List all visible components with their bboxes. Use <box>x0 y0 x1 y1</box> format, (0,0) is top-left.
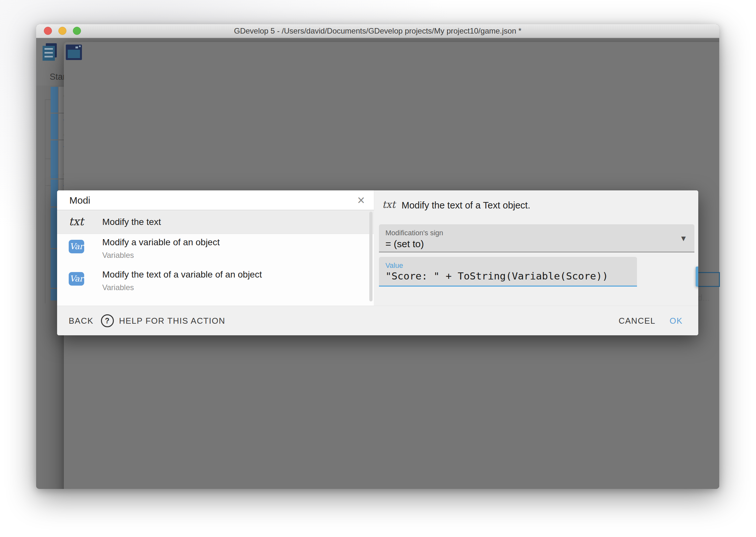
toolbar-left-group <box>39 42 142 63</box>
window-title: GDevelop 5 - /Users/david/Documents/GDev… <box>36 24 719 38</box>
project-manager-button[interactable] <box>41 42 61 63</box>
search-input[interactable] <box>69 194 341 207</box>
scene-editor-button[interactable] <box>64 42 85 63</box>
ok-button[interactable]: OK <box>669 306 683 335</box>
chevron-down-icon: ▼ <box>680 234 687 243</box>
modification-sign-label: Modification's sign <box>385 229 443 237</box>
help-label: HELP FOR THIS ACTION <box>119 316 225 326</box>
toolbar: ++++− <box>36 38 719 68</box>
back-button[interactable]: BACK <box>69 306 94 335</box>
text-action-icon: txt <box>69 215 84 228</box>
instruction-title: Modify the text of a Text object. <box>401 200 530 211</box>
result-title: Modify the text <box>102 217 161 227</box>
event-drag-bar[interactable] <box>51 87 58 113</box>
result-title: Modify the text of a variable of an obje… <box>102 269 262 280</box>
cancel-button[interactable]: CANCEL <box>619 306 655 335</box>
modification-sign-value: = (set to) <box>385 238 424 249</box>
value-field: Value <box>379 257 637 287</box>
dialog-footer: BACK ? HELP FOR THIS ACTION CANCEL OK <box>57 306 698 335</box>
instruction-editor-dialog: txt Modify the text of a Text object. Mo… <box>57 190 698 335</box>
search-results-list: txt Modify the text Var Modify a variabl… <box>57 210 374 304</box>
value-label: Value <box>385 262 403 270</box>
scrollbar[interactable] <box>369 212 372 302</box>
instruction-list-panel: × txt Modify the text Var Modify a varia… <box>57 190 374 306</box>
variable-icon: Var <box>69 272 84 286</box>
result-title: Modify a variable of an object <box>102 237 220 248</box>
variable-icon: Var <box>69 240 84 253</box>
event-drag-bar[interactable] <box>51 114 58 140</box>
close-icon[interactable]: × <box>358 192 365 208</box>
event-tree-tick <box>45 185 51 186</box>
result-modify-text-of-variable-of-object[interactable]: Var Modify the text of a variable of an … <box>57 266 374 299</box>
result-subtitle: Variables <box>102 283 134 292</box>
event-drag-bar[interactable] <box>51 141 58 179</box>
event-tree-guide <box>45 100 46 303</box>
value-input[interactable] <box>385 270 632 282</box>
result-modify-the-text[interactable]: txt Modify the text <box>57 210 374 234</box>
event-tree-tick <box>45 100 51 100</box>
event-tree-tick <box>45 158 51 159</box>
text-object-icon: txt <box>382 199 396 210</box>
modification-sign-select[interactable]: Modification's sign = (set to) ▼ <box>379 224 695 252</box>
help-button[interactable]: ? HELP FOR THIS ACTION <box>101 306 225 335</box>
search-bar: × <box>57 190 374 210</box>
result-modify-variable-of-object[interactable]: Var Modify a variable of an object Varia… <box>57 234 374 266</box>
help-icon: ? <box>101 314 114 327</box>
expression-builder-button[interactable]: Σ "ABC" <box>696 267 698 287</box>
instruction-config-panel: txt Modify the text of a Text object. Mo… <box>374 190 698 306</box>
titlebar: GDevelop 5 - /Users/david/Documents/GDev… <box>36 24 719 38</box>
project-manager-icon <box>41 42 61 63</box>
result-subtitle: Variables <box>102 251 134 260</box>
